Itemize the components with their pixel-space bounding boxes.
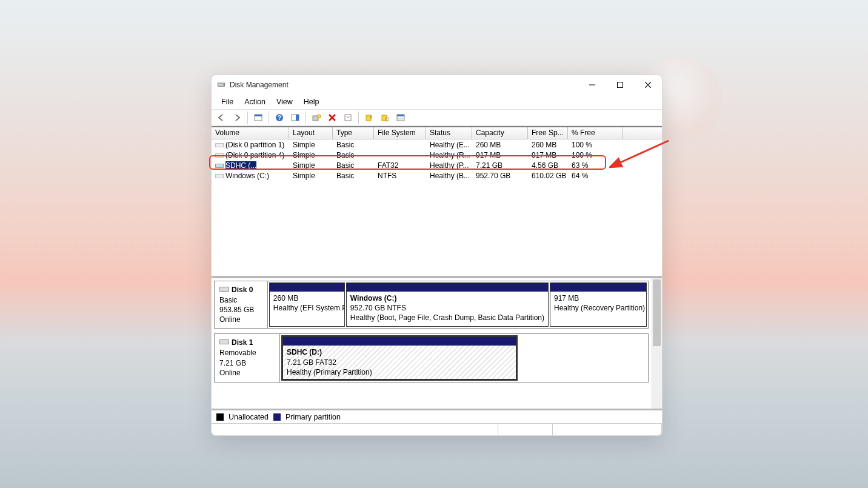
svg-point-2 bbox=[223, 84, 224, 85]
partition-selected[interactable]: SDHC (D:) 7.21 GB FAT32 Healthy (Primary… bbox=[281, 335, 518, 381]
col-pct[interactable]: % Free bbox=[568, 127, 623, 139]
drive-icon bbox=[215, 172, 224, 179]
disk-row: Disk 1 Removable 7.21 GB Online SDHC (D:… bbox=[214, 333, 649, 383]
volume-row[interactable]: Windows (C:) Simple Basic NTFS Healthy (… bbox=[212, 170, 662, 181]
drive-icon bbox=[215, 141, 224, 149]
partition[interactable]: Windows (C:) 952.70 GB NTFS Healthy (Boo… bbox=[346, 282, 549, 327]
svg-rect-27 bbox=[220, 287, 229, 291]
svg-text:?: ? bbox=[278, 115, 281, 121]
delete-button[interactable] bbox=[325, 111, 339, 124]
scrollbar[interactable] bbox=[652, 278, 662, 409]
svg-point-11 bbox=[317, 115, 321, 118]
col-layout[interactable]: Layout bbox=[289, 127, 333, 139]
drive-icon bbox=[215, 162, 224, 169]
show-hide-action-pane-button[interactable] bbox=[288, 111, 302, 124]
settings-button[interactable] bbox=[309, 111, 324, 124]
svg-rect-13 bbox=[366, 115, 371, 121]
partition[interactable]: 260 MB Healthy (EFI System P bbox=[269, 282, 345, 327]
svg-rect-5 bbox=[255, 115, 262, 116]
refresh-button[interactable] bbox=[362, 111, 376, 124]
menu-file[interactable]: File bbox=[216, 96, 238, 107]
show-hide-console-tree-button[interactable] bbox=[251, 111, 265, 124]
disk-label[interactable]: Disk 1 Removable 7.21 GB Online bbox=[215, 334, 280, 382]
minimize-button[interactable] bbox=[578, 76, 606, 94]
svg-rect-19 bbox=[216, 144, 223, 147]
menubar: File Action View Help bbox=[212, 95, 662, 109]
col-free[interactable]: Free Sp... bbox=[528, 127, 568, 139]
legend: Unallocated Primary partition bbox=[212, 409, 662, 423]
help-button[interactable]: ? bbox=[272, 111, 287, 124]
properties-button[interactable] bbox=[341, 111, 355, 124]
menu-action[interactable]: Action bbox=[239, 96, 270, 107]
volume-list-header: Volume Layout Type File System Status Ca… bbox=[212, 126, 662, 139]
col-status[interactable]: Status bbox=[426, 127, 472, 139]
toolbar: ? bbox=[212, 109, 662, 126]
volume-row[interactable]: (Disk 0 partition 1) Simple Basic Health… bbox=[212, 139, 662, 150]
volume-row[interactable]: (Disk 0 partition 4) Simple Basic Health… bbox=[212, 150, 662, 160]
drive-icon bbox=[215, 152, 224, 159]
forward-button[interactable] bbox=[230, 111, 244, 124]
close-button[interactable] bbox=[634, 76, 662, 94]
disk-label[interactable]: Disk 0 Basic 953.85 GB Online bbox=[215, 281, 268, 328]
volume-row-selected[interactable]: SDHC (... Simple Basic FAT32 Healthy (P.… bbox=[212, 160, 662, 170]
menu-view[interactable]: View bbox=[272, 96, 298, 107]
disk-management-window: Disk Management File Action View Help ? … bbox=[211, 75, 663, 436]
svg-rect-17 bbox=[397, 115, 404, 116]
app-icon bbox=[216, 80, 226, 90]
maximize-button[interactable] bbox=[606, 76, 634, 94]
svg-rect-3 bbox=[618, 82, 623, 88]
volume-list: (Disk 0 partition 1) Simple Basic Health… bbox=[212, 139, 662, 276]
disk-icon bbox=[219, 286, 229, 295]
disk-icon bbox=[219, 338, 229, 348]
legend-swatch-unallocated bbox=[216, 413, 224, 421]
list-button[interactable] bbox=[393, 111, 408, 124]
titlebar[interactable]: Disk Management bbox=[212, 75, 662, 95]
svg-rect-9 bbox=[296, 115, 299, 121]
window-title: Disk Management bbox=[230, 81, 289, 89]
statusbar bbox=[212, 423, 662, 435]
menu-help[interactable]: Help bbox=[299, 96, 324, 107]
rescan-disks-button[interactable] bbox=[378, 111, 392, 124]
disk-graphical-view: Disk 0 Basic 953.85 GB Online 260 MB Hea… bbox=[212, 276, 662, 409]
disk-row: Disk 0 Basic 953.85 GB Online 260 MB Hea… bbox=[214, 281, 649, 329]
partition[interactable]: 917 MB Healthy (Recovery Partition) bbox=[550, 282, 647, 327]
back-button[interactable] bbox=[214, 111, 229, 124]
legend-swatch-primary bbox=[273, 413, 281, 421]
svg-rect-21 bbox=[216, 154, 223, 157]
svg-rect-23 bbox=[216, 164, 223, 167]
svg-rect-25 bbox=[216, 175, 223, 178]
col-volume[interactable]: Volume bbox=[212, 127, 289, 139]
svg-rect-29 bbox=[220, 340, 229, 344]
col-fs[interactable]: File System bbox=[374, 127, 426, 139]
col-type[interactable]: Type bbox=[333, 127, 374, 139]
col-capacity[interactable]: Capacity bbox=[472, 127, 528, 139]
